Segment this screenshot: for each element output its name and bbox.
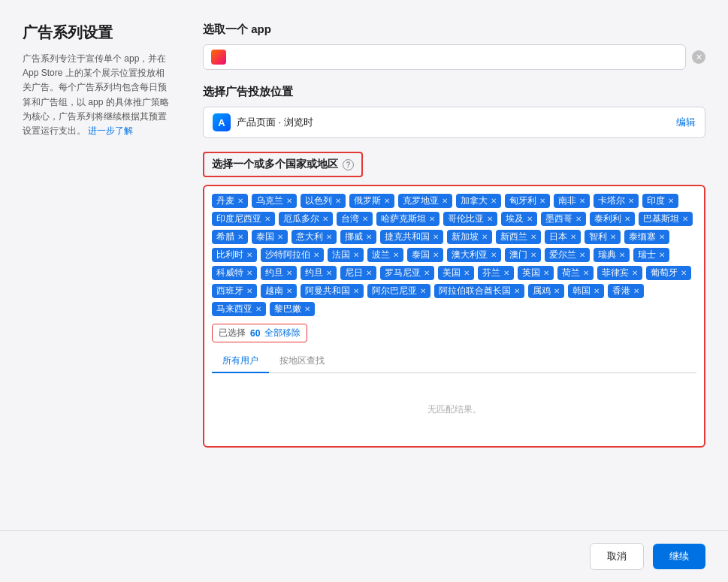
country-tag: 印度尼西亚✕: [212, 212, 275, 226]
tag-remove-icon[interactable]: ✕: [246, 269, 252, 277]
tag-remove-icon[interactable]: ✕: [366, 233, 372, 241]
tag-remove-icon[interactable]: ✕: [579, 197, 585, 205]
tag-remove-icon[interactable]: ✕: [286, 197, 292, 205]
country-tag: 沙特阿拉伯✕: [261, 248, 324, 262]
tag-remove-icon[interactable]: ✕: [420, 287, 426, 295]
tag-remove-icon[interactable]: ✕: [632, 269, 638, 277]
country-tag: 法国✕: [328, 248, 364, 262]
tag-remove-icon[interactable]: ✕: [530, 233, 536, 241]
country-tag: 芬兰✕: [478, 266, 514, 280]
tag-remove-icon[interactable]: ✕: [237, 197, 243, 205]
tag-remove-icon[interactable]: ✕: [570, 233, 576, 241]
tags-container: 丹麦✕乌克兰✕以色列✕俄罗斯✕克罗地亚✕加拿大✕匈牙利✕南非✕卡塔尔✕印度✕印度…: [203, 185, 705, 448]
country-tag: 哈萨克斯坦✕: [376, 212, 440, 226]
country-tag: 阿拉伯联合酋长国✕: [434, 284, 524, 298]
tag-remove-icon[interactable]: ✕: [633, 287, 639, 295]
tag-remove-icon[interactable]: ✕: [503, 269, 509, 277]
country-tag: 越南✕: [261, 284, 297, 298]
tag-remove-icon[interactable]: ✕: [322, 215, 328, 223]
country-tag: 哥伦比亚✕: [443, 212, 497, 226]
country-tag: 新西兰✕: [496, 230, 541, 244]
tag-remove-icon[interactable]: ✕: [579, 251, 585, 259]
tag-remove-icon[interactable]: ✕: [682, 215, 688, 223]
tags-wrap: 丹麦✕乌克兰✕以色列✕俄罗斯✕克罗地亚✕加拿大✕匈牙利✕南非✕卡塔尔✕印度✕印度…: [212, 194, 696, 316]
continue-button[interactable]: 继续: [653, 544, 705, 569]
country-tag: 香港✕: [608, 284, 644, 298]
tag-remove-icon[interactable]: ✕: [628, 197, 634, 205]
country-tag: 黎巴嫩✕: [270, 302, 315, 316]
tag-remove-icon[interactable]: ✕: [659, 233, 665, 241]
country-tag: 泰国✕: [252, 230, 288, 244]
country-tag: 澳大利亚✕: [447, 248, 501, 262]
tag-remove-icon[interactable]: ✕: [246, 287, 252, 295]
tag-remove-icon[interactable]: ✕: [366, 269, 372, 277]
tag-remove-icon[interactable]: ✕: [393, 251, 399, 259]
tag-remove-icon[interactable]: ✕: [668, 197, 674, 205]
tag-remove-icon[interactable]: ✕: [543, 269, 549, 277]
tag-remove-icon[interactable]: ✕: [264, 215, 270, 223]
remove-all-link[interactable]: 全部移除: [264, 327, 301, 339]
sidebar-title: 广告系列设置: [23, 23, 173, 43]
tag-remove-icon[interactable]: ✕: [575, 215, 581, 223]
selected-label: 已选择: [219, 327, 246, 339]
edit-placement-link[interactable]: 编辑: [676, 116, 696, 129]
tag-remove-icon[interactable]: ✕: [514, 287, 520, 295]
tag-remove-icon[interactable]: ✕: [277, 233, 283, 241]
sidebar-description: 广告系列专注于宣传单个 app，并在 App Store 上的某个展示位置投放相…: [23, 52, 173, 138]
tag-remove-icon[interactable]: ✕: [304, 305, 310, 313]
tag-remove-icon[interactable]: ✕: [353, 287, 359, 295]
country-tag: 巴基斯坦✕: [639, 212, 693, 226]
tag-remove-icon[interactable]: ✕: [594, 287, 600, 295]
tag-remove-icon[interactable]: ✕: [619, 251, 625, 259]
tag-remove-icon[interactable]: ✕: [362, 215, 368, 223]
tag-remove-icon[interactable]: ✕: [433, 233, 439, 241]
tag-remove-icon[interactable]: ✕: [286, 287, 292, 295]
tag-remove-icon[interactable]: ✕: [487, 215, 493, 223]
tag-remove-icon[interactable]: ✕: [313, 251, 319, 259]
tag-remove-icon[interactable]: ✕: [335, 197, 341, 205]
tag-remove-icon[interactable]: ✕: [539, 197, 545, 205]
tag-remove-icon[interactable]: ✕: [384, 197, 390, 205]
tag-remove-icon[interactable]: ✕: [482, 233, 488, 241]
tag-remove-icon[interactable]: ✕: [491, 197, 497, 205]
tag-remove-icon[interactable]: ✕: [659, 251, 665, 259]
tag-remove-icon[interactable]: ✕: [326, 233, 332, 241]
info-icon[interactable]: ?: [343, 159, 354, 170]
tag-remove-icon[interactable]: ✕: [681, 269, 687, 277]
tag-remove-icon[interactable]: ✕: [246, 251, 252, 259]
tag-remove-icon[interactable]: ✕: [255, 305, 261, 313]
learn-more-link[interactable]: 进一步了解: [88, 125, 133, 136]
select-app-label: 选取一个 app: [203, 23, 705, 37]
tag-remove-icon[interactable]: ✕: [286, 269, 292, 277]
tag-remove-icon[interactable]: ✕: [554, 287, 560, 295]
tag-remove-icon[interactable]: ✕: [530, 251, 536, 259]
tab-all-users[interactable]: 所有用户: [212, 350, 269, 373]
country-tag: 日本✕: [545, 230, 581, 244]
cancel-button[interactable]: 取消: [590, 543, 644, 570]
country-tag: 以色列✕: [301, 194, 346, 208]
footer: 取消 继续: [0, 530, 728, 582]
tag-remove-icon[interactable]: ✕: [429, 215, 435, 223]
tag-remove-icon[interactable]: ✕: [527, 215, 533, 223]
tag-remove-icon[interactable]: ✕: [237, 233, 243, 241]
selected-count: 60: [250, 328, 260, 339]
placement-section-label: 选择广告投放位置: [203, 85, 705, 99]
tab-by-region[interactable]: 按地区查找: [269, 350, 335, 373]
country-tag: 卡塔尔✕: [594, 194, 639, 208]
clear-app-button[interactable]: ✕: [692, 50, 705, 64]
tag-remove-icon[interactable]: ✕: [610, 233, 616, 241]
app-input-box[interactable]: [203, 44, 686, 70]
tag-remove-icon[interactable]: ✕: [624, 215, 630, 223]
tag-remove-icon[interactable]: ✕: [442, 197, 448, 205]
tag-remove-icon[interactable]: ✕: [583, 269, 589, 277]
tag-remove-icon[interactable]: ✕: [424, 269, 430, 277]
tag-remove-icon[interactable]: ✕: [491, 251, 497, 259]
tag-remove-icon[interactable]: ✕: [433, 251, 439, 259]
tag-remove-icon[interactable]: ✕: [326, 269, 332, 277]
app-icon-thumbnail: [211, 50, 226, 65]
country-tag: 捷克共和国✕: [380, 230, 443, 244]
tag-remove-icon[interactable]: ✕: [464, 269, 470, 277]
country-tag: 挪威✕: [340, 230, 376, 244]
content-area: 选取一个 app ✕ 选择广告投放位置 A 产品页面 · 浏览时 编辑 选择一个…: [203, 23, 705, 515]
tag-remove-icon[interactable]: ✕: [353, 251, 359, 259]
